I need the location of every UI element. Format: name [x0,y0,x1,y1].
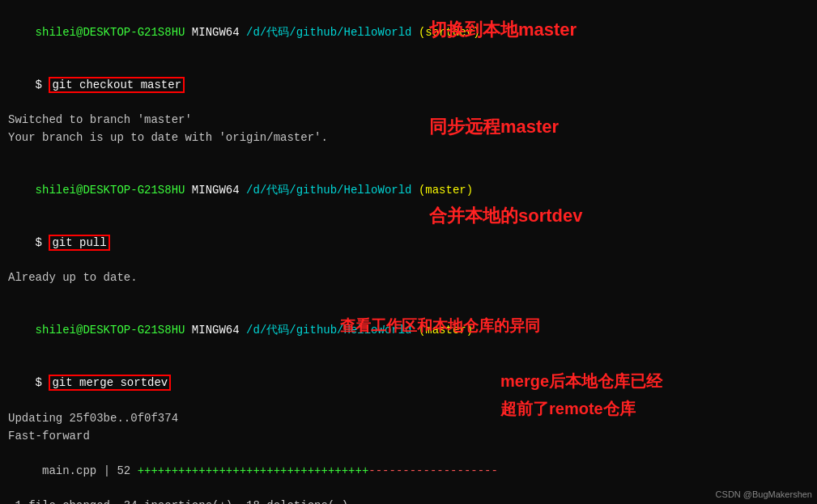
output-diff-bar: main.cpp | 52 ++++++++++++++++++++++++++… [8,445,809,498]
shell-1: MINGW64 [185,26,246,39]
cmd-pull: git pull [49,235,109,251]
output-already: Already up to date. [8,269,809,287]
user-host-2: shilei@DESKTOP-G21S8HU [36,184,185,197]
prompt-line-2: shilei@DESKTOP-G21S8HU MINGW64 /d/代码/git… [8,164,809,217]
path-1: /d/代码/github/HelloWorld [246,26,411,39]
annotation-merge: 合并本地的sortdev [429,204,582,228]
dollar-1: $ [36,78,49,91]
annotation-merge-ahead-1: merge后本地仓库已经 [500,371,662,392]
cmd-line-3: $ git merge sortdev [8,358,809,410]
shell-2: MINGW64 [185,184,246,197]
annotation-checkout: 切换到本地master [429,18,577,42]
cmd-line-2: $ git pull [8,217,809,269]
annotation-pull: 同步远程master [429,115,559,139]
output-uptodate-1: Your branch is up to date with 'origin/m… [8,129,809,147]
annotation-diff: 查看工作区和本地仓库的异同 [340,316,540,337]
cmd-merge: git merge sortdev [49,375,171,391]
output-changed: 1 file changed, 34 insertions(+), 18 del… [8,498,809,504]
blank-1 [8,147,809,165]
blank-2 [8,287,809,305]
output-fastforward: Fast-forward [8,428,809,446]
annotation-merge-ahead-2: 超前了remote仓库 [500,398,636,420]
watermark: CSDN @BugMakershen [716,489,812,499]
dollar-3: $ [36,376,49,389]
prompt-line-1: shilei@DESKTOP-G21S8HU MINGW64 /d/代码/git… [8,6,809,59]
output-switched: Switched to branch 'master' [8,112,809,129]
cmd-line-1: $ git checkout master [8,59,809,112]
dollar-2: $ [36,236,49,249]
branch-2: (master) [412,184,474,197]
user-host-1: shilei@DESKTOP-G21S8HU [36,26,185,39]
path-2: /d/代码/github/HelloWorld [246,184,411,197]
output-updating: Updating 25f03be..0f0f374 [8,410,809,428]
user-host-3: shilei@DESKTOP-G21S8HU [36,324,185,337]
cmd-checkout: git checkout master [49,77,185,93]
shell-3: MINGW64 [185,324,246,337]
terminal: shilei@DESKTOP-G21S8HU MINGW64 /d/代码/git… [0,0,817,504]
